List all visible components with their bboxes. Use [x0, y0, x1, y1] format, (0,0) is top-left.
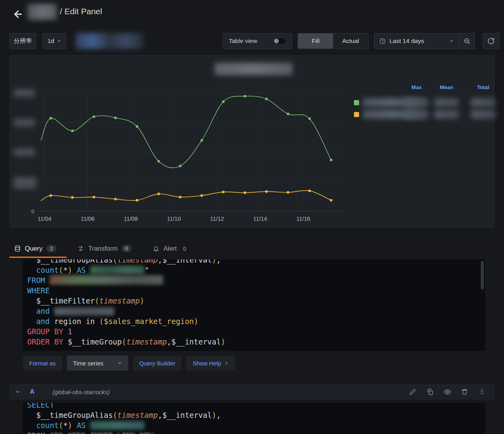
code-token: $__interval — [162, 411, 212, 419]
code-token — [86, 421, 90, 430]
back-button[interactable] — [12, 8, 24, 20]
collapse-chevron-icon[interactable] — [15, 389, 20, 395]
arrow-left-icon — [13, 9, 24, 20]
code-token: AS — [77, 421, 86, 430]
code-line: $__timeFilter(timestamp) — [27, 296, 485, 306]
code-token — [27, 266, 36, 274]
code-token — [27, 317, 36, 326]
x-axis-label: 11/04 — [37, 216, 51, 222]
query-actions — [409, 388, 486, 396]
timeseries-chart[interactable] — [38, 85, 345, 215]
code-token: GROUP BY — [27, 327, 68, 336]
tab-query[interactable]: Query 2 — [9, 240, 67, 258]
code-token — [27, 307, 36, 315]
format-as-value: Time series — [73, 360, 104, 367]
code-token: count — [36, 266, 59, 274]
legend-value-redacted — [471, 110, 495, 119]
code-token: 1 — [68, 327, 72, 336]
chevron-down-icon — [117, 361, 122, 365]
magnifier-minus-icon — [463, 37, 471, 45]
legend-header-max[interactable]: Max — [411, 84, 422, 90]
x-axis-label: 11/06 — [81, 216, 94, 222]
code-token: $__interval — [171, 337, 221, 346]
code-token: $__timeGroupAlias — [27, 259, 113, 264]
redacted-code — [54, 307, 114, 315]
copy-icon — [426, 388, 434, 395]
code-token: , — [158, 259, 162, 264]
code-token: AS — [77, 266, 86, 274]
sql-code: $__timeGroupAlias(timestamp,$__interval)… — [27, 259, 485, 347]
query-row-a[interactable]: A (global-obs-starrocks) — [9, 384, 495, 400]
interval-dropdown[interactable]: 1d — [43, 33, 66, 49]
code-token: region in — [54, 317, 99, 326]
code-token — [86, 266, 90, 274]
tab-alert[interactable]: Alert 0 — [148, 240, 196, 258]
time-range-picker[interactable]: Last 14 days — [374, 33, 459, 49]
actual-option[interactable]: Actual — [333, 34, 368, 48]
refresh-icon — [487, 37, 495, 45]
code-token: $sales_market_region — [104, 317, 194, 326]
sql-editor-2[interactable]: SELECT $__timeGroupAlias(timestamp,$__in… — [23, 403, 485, 434]
page-title: / Edit Panel — [60, 7, 102, 16]
time-range-label: Last 14 days — [389, 37, 446, 45]
toolbar: 分辨率 1d Table view Fill Actual Last 14 da… — [0, 33, 504, 49]
show-help-button[interactable]: Show Help — [186, 356, 235, 371]
delete-query-button[interactable] — [461, 388, 469, 396]
duplicate-query-button[interactable] — [426, 388, 434, 396]
header: / Edit Panel — [0, 0, 504, 26]
legend-value-redacted — [404, 98, 429, 107]
code-line: $__timeGroupAlias(timestamp,$__interval)… — [27, 410, 485, 420]
tab-alert-label: Alert — [163, 245, 177, 252]
code-token: timestamp — [117, 411, 158, 419]
scrollbar[interactable] — [481, 261, 484, 289]
drag-handle-icon[interactable] — [478, 388, 486, 396]
format-as-select[interactable]: Time series — [67, 356, 128, 371]
sql-editor[interactable]: $__timeGroupAlias(timestamp,$__interval)… — [23, 259, 485, 351]
code-token: ( — [113, 411, 117, 419]
x-axis-label: 11/10 — [167, 216, 181, 222]
template-variables-redacted[interactable] — [76, 33, 143, 49]
fill-option[interactable]: Fill — [298, 34, 333, 48]
table-view-toggle[interactable] — [273, 37, 286, 45]
y-axis-label-redacted — [14, 177, 36, 189]
tab-query-badge: 2 — [46, 245, 56, 252]
legend-value-redacted — [434, 110, 459, 119]
code-token: ( — [59, 266, 63, 274]
edit-query-button[interactable] — [409, 388, 417, 396]
x-axis-label: 11/08 — [124, 216, 137, 222]
redacted-code — [50, 275, 163, 285]
grip-dots-icon — [479, 389, 485, 395]
code-token — [72, 266, 76, 274]
code-token: timestamp — [117, 259, 158, 264]
chart-panel: 0 11/0411/0611/0811/1011/1211/1411/16 Ma… — [9, 55, 495, 227]
refresh-button[interactable] — [483, 33, 499, 49]
resolution-button[interactable]: 分辨率 — [9, 33, 36, 49]
hide-query-button[interactable] — [443, 388, 451, 396]
code-token: and — [36, 317, 54, 326]
code-token: ) — [68, 421, 72, 430]
y-axis-label-redacted — [14, 119, 35, 127]
tab-query-label: Query — [25, 245, 43, 252]
code-token: ) — [68, 266, 72, 274]
transform-icon — [78, 245, 84, 252]
zoom-out-button[interactable] — [459, 33, 475, 49]
legend-series-color — [354, 112, 359, 117]
code-line: ORDER BY $__timeGroup(timestamp,$__inter… — [27, 337, 485, 347]
code-token: timestamp — [99, 296, 140, 305]
code-line: and — [27, 306, 485, 316]
fill-actual-segmented: Fill Actual — [298, 33, 369, 49]
tab-transform-badge: 0 — [122, 245, 132, 252]
query-builder-button[interactable]: Query Builder — [133, 356, 182, 371]
show-help-label: Show Help — [193, 360, 221, 367]
code-token: and — [36, 307, 54, 315]
code-token: , — [167, 337, 171, 346]
tab-transform[interactable]: Transform 0 — [73, 240, 142, 258]
panel-title-redacted — [215, 63, 293, 75]
code-token: ) — [212, 259, 216, 264]
legend-header-total[interactable]: Total — [477, 84, 489, 90]
legend-series-color — [354, 100, 359, 105]
legend-header-mean[interactable]: Mean — [440, 84, 454, 90]
code-token: ( — [113, 259, 117, 264]
code-token: ( — [59, 421, 63, 430]
code-token: ( — [99, 317, 104, 326]
